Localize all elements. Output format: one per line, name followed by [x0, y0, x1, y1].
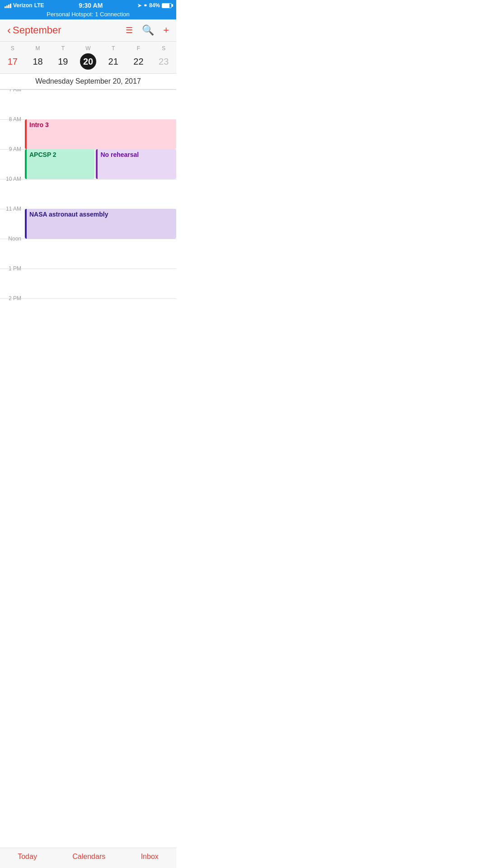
- day-col-wed[interactable]: W 20: [75, 43, 101, 71]
- time-area: [25, 90, 176, 119]
- status-bar: Verizon LTE 9:30 AM ➤ ⚭ 84% Personal Hot…: [0, 0, 176, 19]
- time-row-8am: 8 AM: [0, 119, 176, 149]
- battery-label: 84%: [149, 2, 160, 9]
- list-view-icon[interactable]: ☰: [126, 25, 133, 35]
- time-area: [25, 209, 176, 239]
- time-label: 11 AM: [0, 206, 25, 212]
- signal-icon: [5, 3, 11, 8]
- day-col-tue[interactable]: T 19: [50, 43, 75, 71]
- day-letter: T: [112, 45, 115, 52]
- day-letter: S: [11, 45, 14, 52]
- nav-actions: ☰ 🔍 +: [126, 24, 169, 36]
- day-col-sat[interactable]: S 23: [151, 43, 176, 71]
- search-icon[interactable]: 🔍: [142, 24, 154, 36]
- time-row-2pm: 2 PM: [0, 298, 176, 325]
- day-letter: W: [85, 45, 90, 52]
- time-row-10am: 10 AM: [0, 179, 176, 209]
- day-num: 23: [155, 53, 172, 70]
- time-label: Noon: [0, 236, 25, 242]
- day-num: 17: [5, 53, 21, 70]
- time-label: 8 AM: [0, 116, 25, 123]
- day-num-today: 20: [80, 53, 96, 70]
- time-row-noon: Noon: [0, 239, 176, 269]
- time-label: 1 PM: [0, 265, 25, 272]
- hotspot-banner: Personal Hotspot: 1 Connection: [0, 10, 176, 19]
- add-event-icon[interactable]: +: [163, 24, 169, 36]
- carrier-label: Verizon: [13, 2, 33, 9]
- time-grid: 7 AM 8 AM 9 AM 10 AM 11 AM Noon 1 PM 2: [0, 90, 176, 325]
- day-col-sun[interactable]: S 17: [0, 43, 25, 71]
- day-letter: F: [137, 45, 140, 52]
- battery-icon: [162, 3, 172, 8]
- day-letter: S: [162, 45, 165, 52]
- date-label: Wednesday September 20, 2017: [0, 74, 176, 90]
- carrier-info: Verizon LTE: [5, 2, 44, 9]
- time-row-7am: 7 AM: [0, 90, 176, 119]
- time-row-11am: 11 AM: [0, 209, 176, 239]
- week-row: S 17 M 18 T 19 W 20 T 21 F 22 S 23: [0, 42, 176, 74]
- chevron-left-icon: ‹: [7, 24, 11, 37]
- time-area: [25, 299, 176, 325]
- month-title: September: [13, 24, 61, 36]
- day-letter: T: [61, 45, 65, 52]
- nav-header: ‹ September ☰ 🔍 +: [0, 19, 176, 42]
- day-letter: M: [36, 45, 40, 52]
- day-num: 18: [30, 53, 46, 70]
- day-num: 21: [105, 53, 122, 70]
- time-area: [25, 150, 176, 179]
- system-icons: ➤ ⚭ 84%: [137, 2, 172, 9]
- time-area: [25, 239, 176, 269]
- time-area: [25, 179, 176, 209]
- time-area: [25, 120, 176, 149]
- time-label: 10 AM: [0, 176, 25, 182]
- calendar-body[interactable]: 7 AM 8 AM 9 AM 10 AM 11 AM Noon 1 PM 2: [0, 90, 176, 325]
- time-row-9am: 9 AM: [0, 149, 176, 179]
- time-label: 9 AM: [0, 146, 25, 152]
- time-label: 2 PM: [0, 295, 25, 302]
- back-button[interactable]: ‹ September: [7, 24, 61, 37]
- day-col-fri[interactable]: F 22: [126, 43, 151, 71]
- day-num: 22: [130, 53, 146, 70]
- location-icon: ➤: [137, 3, 141, 9]
- clock: 9:30 AM: [79, 2, 103, 9]
- time-label: 7 AM: [0, 90, 25, 93]
- time-row-1pm: 1 PM: [0, 269, 176, 298]
- time-area: [25, 269, 176, 298]
- day-col-thu[interactable]: T 21: [101, 43, 126, 71]
- day-col-mon[interactable]: M 18: [25, 43, 51, 71]
- network-label: LTE: [34, 2, 44, 9]
- bluetooth-icon: ⚭: [143, 3, 147, 9]
- day-num: 19: [55, 53, 71, 70]
